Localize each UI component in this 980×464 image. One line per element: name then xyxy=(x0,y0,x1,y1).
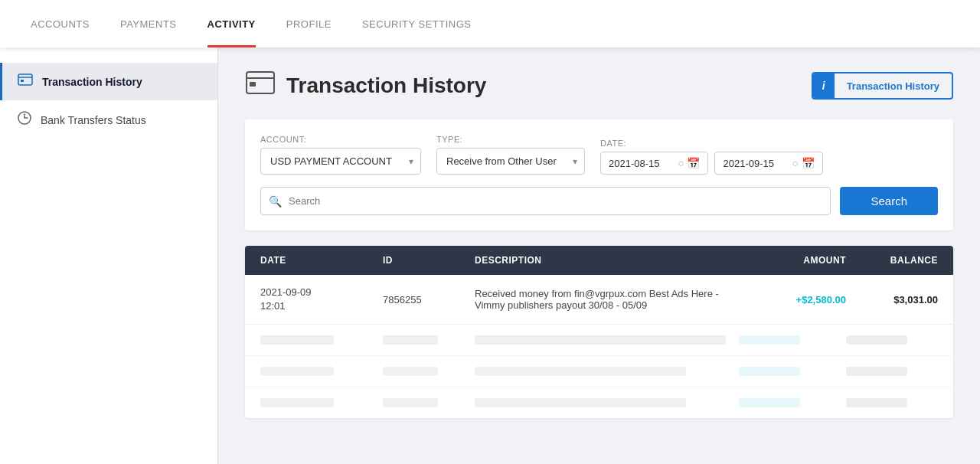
search-input[interactable] xyxy=(260,187,831,215)
th-amount: AMOUNT xyxy=(739,255,846,266)
cell-date-1: 2021-09-0912:01 xyxy=(260,286,383,313)
date-to-icons: ○ 📅 xyxy=(792,157,814,169)
cell-id-2 xyxy=(383,335,475,345)
search-row: 🔍 Search xyxy=(260,187,938,215)
th-description: DESCRIPTION xyxy=(475,255,739,266)
cell-balance-3 xyxy=(846,367,938,376)
date-filter-group: DATE: ○ 📅 ○ xyxy=(600,139,823,175)
main-content: Transaction History i Transaction Histor… xyxy=(218,47,980,464)
cell-id-4 xyxy=(383,398,475,407)
search-button[interactable]: Search xyxy=(840,187,938,215)
cell-desc-3 xyxy=(475,367,739,376)
page-title-icon xyxy=(245,70,276,101)
nav-payments[interactable]: PAYMENTS xyxy=(120,0,177,47)
type-select-wrapper[interactable]: Receive from Other User ▾ xyxy=(436,148,585,175)
info-btn-label: Transaction History xyxy=(835,74,952,98)
date-from-wrapper: ○ 📅 xyxy=(600,152,708,175)
page-title: Transaction History xyxy=(286,74,486,98)
cell-id-1: 7856255 xyxy=(383,294,475,306)
table-row xyxy=(245,356,953,387)
calendar-icon-2[interactable]: 📅 xyxy=(802,157,815,169)
account-select[interactable]: USD PAYMENT ACCOUNT xyxy=(260,148,421,175)
account-select-wrapper[interactable]: USD PAYMENT ACCOUNT ▾ xyxy=(260,148,421,175)
sidebar-item-transaction-history[interactable]: Transaction History xyxy=(0,63,217,100)
cell-amount-4 xyxy=(739,398,846,407)
cell-amount-2 xyxy=(739,335,846,345)
info-button[interactable]: i Transaction History xyxy=(812,72,953,100)
search-mag-icon: 🔍 xyxy=(269,195,282,207)
svg-rect-6 xyxy=(250,82,256,87)
page-header: Transaction History i Transaction Histor… xyxy=(245,70,953,101)
type-filter-label: TYPE: xyxy=(436,135,585,144)
radio-icon[interactable]: ○ xyxy=(678,157,684,169)
date-from-input[interactable] xyxy=(609,158,674,169)
cell-balance-1: $3,031.00 xyxy=(846,294,938,306)
cell-desc-4 xyxy=(475,398,739,407)
radio-icon-2[interactable]: ○ xyxy=(792,157,798,169)
type-select[interactable]: Receive from Other User xyxy=(436,148,585,175)
nav-activity[interactable]: ACTIVITY xyxy=(207,0,256,47)
date-to-input[interactable] xyxy=(723,158,788,169)
cell-id-3 xyxy=(383,367,475,376)
calendar-icon[interactable]: 📅 xyxy=(687,157,700,169)
nav-profile[interactable]: PROFILE xyxy=(286,0,332,47)
date-filter-label: DATE: xyxy=(600,139,823,148)
th-balance: BALANCE xyxy=(846,255,938,266)
data-table: DATE ID DESCRIPTION AMOUNT BALANCE 2021-… xyxy=(245,246,953,418)
account-filter-label: ACCOUNT: xyxy=(260,135,421,144)
cell-date-4 xyxy=(260,398,383,407)
svg-rect-0 xyxy=(18,74,32,85)
page-title-group: Transaction History xyxy=(245,70,486,101)
type-filter-group: TYPE: Receive from Other User ▾ xyxy=(436,135,585,175)
info-icon: i xyxy=(813,74,835,98)
search-input-wrapper: 🔍 xyxy=(260,187,831,215)
top-nav: ACCOUNTS PAYMENTS ACTIVITY PROFILE SECUR… xyxy=(0,0,980,47)
cell-balance-4 xyxy=(846,398,938,407)
th-id: ID xyxy=(383,255,475,266)
transaction-history-icon xyxy=(18,74,33,90)
layout: Transaction History Bank Transfers Statu… xyxy=(0,47,980,464)
cell-amount-1: +$2,580.00 xyxy=(739,294,846,306)
sidebar-item-bank-transfers-label: Bank Transfers Status xyxy=(41,114,146,126)
date-to-wrapper: ○ 📅 xyxy=(714,152,822,175)
account-filter-group: ACCOUNT: USD PAYMENT ACCOUNT ▾ xyxy=(260,135,421,175)
nav-accounts[interactable]: ACCOUNTS xyxy=(31,0,90,47)
cell-desc-1: Received money from fin@vgrpux.com Best … xyxy=(475,288,739,311)
filter-panel: ACCOUNT: USD PAYMENT ACCOUNT ▾ TYPE: Rec… xyxy=(245,119,953,230)
cell-balance-2 xyxy=(846,335,938,345)
table-row xyxy=(245,325,953,356)
th-date: DATE xyxy=(260,255,383,266)
cell-desc-2 xyxy=(475,335,739,345)
filter-row: ACCOUNT: USD PAYMENT ACCOUNT ▾ TYPE: Rec… xyxy=(260,135,938,175)
sidebar-item-bank-transfers[interactable]: Bank Transfers Status xyxy=(0,100,217,139)
sidebar-item-transaction-history-label: Transaction History xyxy=(42,76,142,88)
nav-items: ACCOUNTS PAYMENTS ACTIVITY PROFILE SECUR… xyxy=(31,0,472,47)
nav-security-settings[interactable]: SECURITY SETTINGS xyxy=(362,0,472,47)
date-from-icons: ○ 📅 xyxy=(678,157,700,169)
cell-amount-3 xyxy=(739,367,846,376)
table-row: 2021-09-0912:01 7856255 Received money f… xyxy=(245,275,953,325)
table-row xyxy=(245,387,953,418)
date-inputs: ○ 📅 ○ 📅 xyxy=(600,152,823,175)
cell-date-3 xyxy=(260,367,383,376)
sidebar: Transaction History Bank Transfers Statu… xyxy=(0,47,218,464)
table-header: DATE ID DESCRIPTION AMOUNT BALANCE xyxy=(245,246,953,275)
bank-transfers-icon xyxy=(18,111,31,129)
cell-date-2 xyxy=(260,335,383,345)
svg-rect-2 xyxy=(21,80,24,82)
